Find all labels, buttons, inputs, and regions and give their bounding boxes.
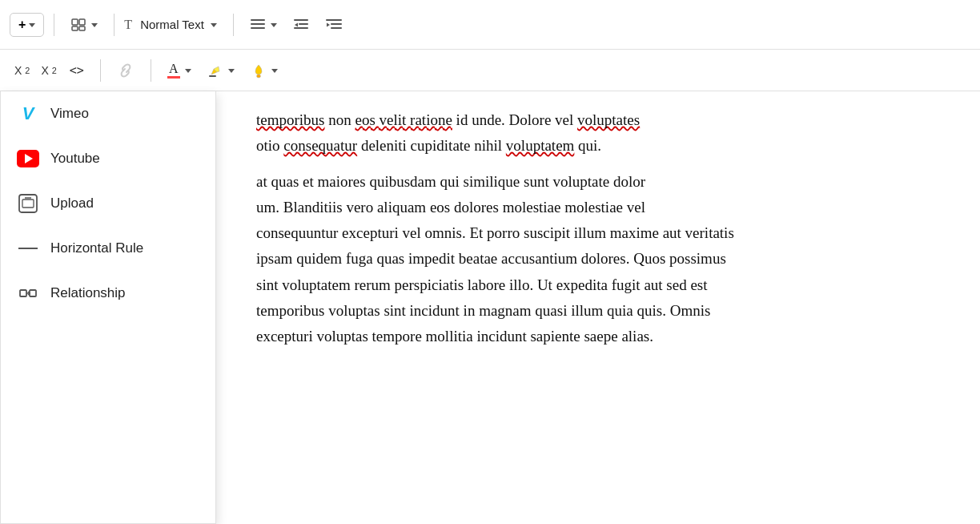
svg-marker-14 xyxy=(327,22,330,26)
link-icon xyxy=(117,63,135,78)
menu-item-upload[interactable]: Upload xyxy=(1,181,215,226)
align-button[interactable] xyxy=(243,14,283,36)
menu-item-horizontal-rule[interactable]: Horizontal Rule xyxy=(1,226,215,271)
divider4 xyxy=(100,59,101,82)
spell-check-consequatur: consequatur xyxy=(283,137,357,154)
superscript-number: 2 xyxy=(52,66,57,75)
divider3 xyxy=(233,14,234,36)
toolbar-row1: + T Normal Text xyxy=(0,0,980,50)
subscript-button[interactable]: X2 xyxy=(10,61,34,80)
layout-chevron-icon xyxy=(91,23,98,27)
youtube-label: Youtube xyxy=(50,151,100,167)
indent-group xyxy=(319,14,349,36)
svg-rect-1 xyxy=(79,19,85,25)
paint-group xyxy=(244,58,284,83)
outdent-icon xyxy=(293,18,309,32)
vimeo-label: Vimeo xyxy=(50,106,89,122)
highlight-chevron-icon xyxy=(228,69,235,73)
highlight-icon xyxy=(207,62,223,79)
divider5 xyxy=(151,59,151,82)
menu-item-youtube[interactable]: Youtube xyxy=(1,136,215,181)
code-button[interactable]: <> xyxy=(63,59,90,82)
menu-item-vimeo[interactable]: V Vimeo xyxy=(1,91,215,136)
upload-label: Upload xyxy=(50,195,94,212)
font-color-chevron-icon xyxy=(185,69,191,73)
layout-group xyxy=(64,13,104,37)
font-color-button[interactable]: A xyxy=(161,58,198,83)
font-color-indicator: A xyxy=(167,62,180,79)
svg-rect-21 xyxy=(30,290,36,296)
paint-chevron-icon xyxy=(271,69,278,73)
layout-icon xyxy=(70,17,86,33)
divider2 xyxy=(114,14,114,36)
horizontal-rule-label: Horizontal Rule xyxy=(50,240,143,256)
superscript-button[interactable]: X2 xyxy=(36,61,61,80)
plus-icon: + xyxy=(18,18,26,32)
editor-area[interactable]: temporibus non eos velit ratione id unde… xyxy=(216,91,980,524)
text-style-button[interactable]: Normal Text xyxy=(134,14,223,34)
spell-check-voluptates: voluptates xyxy=(577,111,640,128)
link-group xyxy=(110,59,141,82)
svg-rect-0 xyxy=(72,19,78,25)
text-style-group: T Normal Text xyxy=(124,14,223,34)
vimeo-icon: V xyxy=(17,103,39,125)
horizontal-rule-icon xyxy=(17,237,39,260)
highlight-button[interactable] xyxy=(201,58,241,83)
text-style-chevron-icon xyxy=(211,23,217,27)
svg-point-16 xyxy=(256,75,260,78)
code-label: <> xyxy=(70,63,84,78)
dropdown-menu: V Vimeo Youtube Upload xyxy=(0,91,216,524)
text-type-icon: T xyxy=(124,18,132,32)
align-icon xyxy=(250,18,266,32)
menu-item-relationship[interactable]: Relationship xyxy=(1,271,215,316)
svg-rect-20 xyxy=(20,290,26,296)
sub-sup-group: X2 X2 <> xyxy=(10,59,90,82)
chevron-down-icon xyxy=(29,23,35,27)
editor-paragraph2: at quas et maiores quibusdam qui similiq… xyxy=(256,169,940,350)
paint-button[interactable] xyxy=(244,58,284,83)
subscript-number: 2 xyxy=(25,66,30,75)
align-chevron-icon xyxy=(271,23,277,27)
font-color-group: A xyxy=(161,58,198,83)
outdent-group xyxy=(287,14,315,36)
svg-rect-2 xyxy=(72,26,78,30)
toolbar-row2: X2 X2 <> A xyxy=(0,50,980,91)
superscript-label: X xyxy=(41,64,48,77)
divider1 xyxy=(54,14,54,36)
highlight-group xyxy=(201,58,241,83)
spell-check-eos: eos velit ratione xyxy=(355,111,452,128)
svg-marker-10 xyxy=(295,22,298,26)
relationship-icon xyxy=(17,282,39,304)
indent-button[interactable] xyxy=(319,14,349,36)
link-button[interactable] xyxy=(110,59,141,82)
content-area: V Vimeo Youtube Upload xyxy=(0,91,980,524)
svg-rect-18 xyxy=(22,200,34,208)
youtube-icon xyxy=(17,147,39,170)
outdent-button[interactable] xyxy=(287,14,315,36)
layout-button[interactable] xyxy=(64,13,104,37)
subscript-label: X xyxy=(14,64,22,77)
relationship-label: Relationship xyxy=(50,285,126,301)
svg-rect-3 xyxy=(79,26,85,30)
editor-paragraph1: temporibus non eos velit ratione id unde… xyxy=(256,107,940,159)
upload-icon xyxy=(17,192,39,215)
align-group xyxy=(243,14,283,36)
text-style-label: Normal Text xyxy=(140,18,204,31)
spell-check-temporibus: temporibus xyxy=(256,111,325,128)
indent-icon xyxy=(325,18,343,32)
add-button[interactable]: + xyxy=(10,13,44,37)
add-group: + xyxy=(10,13,44,37)
paint-icon xyxy=(251,62,267,79)
spell-check-voluptatem: voluptatem xyxy=(506,137,574,154)
